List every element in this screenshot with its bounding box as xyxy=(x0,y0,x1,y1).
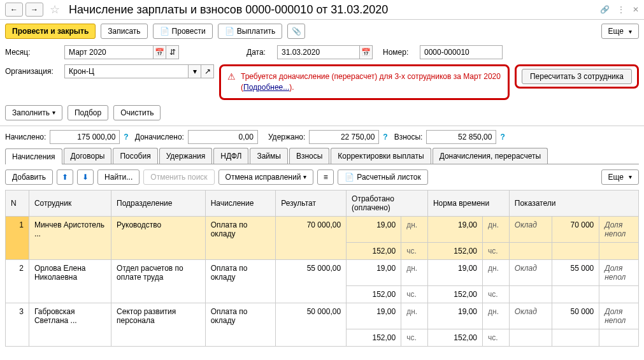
tab-more-button[interactable]: Еще xyxy=(601,169,639,185)
back-button[interactable]: ← xyxy=(5,3,23,17)
recalculate-button[interactable]: Пересчитать 3 сотрудника xyxy=(522,69,632,84)
warning-panel: ⚠ Требуется доначисление (перерасчет) дл… xyxy=(219,64,510,100)
tab-loans[interactable]: Займы xyxy=(250,148,288,164)
withheld-value[interactable] xyxy=(309,130,379,144)
cancel-find-button[interactable]: Отменить поиск xyxy=(143,169,214,185)
tab-corrections[interactable]: Корректировки выплаты xyxy=(331,148,431,164)
month-spinner[interactable]: ⇵ xyxy=(166,45,179,59)
payslip-label: Расчетный листок xyxy=(357,173,420,182)
org-open-button[interactable]: ↗ xyxy=(201,64,214,78)
select-button[interactable]: Подбор xyxy=(68,105,108,120)
cancel-fix-label: Отмена исправлений xyxy=(225,173,301,182)
col-dept[interactable]: Подразделение xyxy=(111,190,206,216)
tab-accruals[interactable]: Начисления xyxy=(5,148,62,164)
col-emp[interactable]: Сотрудник xyxy=(29,190,111,216)
fill-label: Заполнить xyxy=(12,108,50,117)
tab-ndfl[interactable]: НДФЛ xyxy=(213,148,248,164)
org-input[interactable] xyxy=(64,64,189,78)
cancel-fix-button[interactable]: Отмена исправлений xyxy=(218,169,314,185)
arrow-down-icon: ⬇ xyxy=(82,173,89,182)
paperclip-icon: 📎 xyxy=(292,27,301,36)
post-button[interactable]: 📄 Провести xyxy=(153,24,213,39)
add-row-button[interactable]: Добавить xyxy=(5,169,53,185)
col-accr[interactable]: Начисление xyxy=(205,190,276,216)
contrib-help[interactable]: ? xyxy=(500,133,504,141)
tabs: Начисления Договоры Пособия Удержания НД… xyxy=(5,148,639,164)
contrib-value[interactable] xyxy=(426,130,496,144)
number-label: Номер: xyxy=(383,45,415,57)
date-input[interactable] xyxy=(277,45,360,59)
added-value[interactable] xyxy=(188,130,258,144)
save-button[interactable]: Записать xyxy=(101,24,147,39)
withheld-label: Удержано: xyxy=(268,133,305,141)
post-icon: 📄 xyxy=(160,27,169,36)
page-title: Начисление зарплаты и взносов 0000-00001… xyxy=(69,3,597,17)
warning-details-link[interactable]: Подробнее... xyxy=(243,83,289,92)
payslip-button[interactable]: 📄 Расчетный листок xyxy=(338,169,427,185)
move-up-button[interactable]: ⬆ xyxy=(57,169,73,185)
fill-button[interactable]: Заполнить xyxy=(5,105,62,120)
tab-more-label: Еще xyxy=(608,173,624,182)
col-norm[interactable]: Норма времени xyxy=(427,190,509,216)
doc-icon: 📄 xyxy=(345,173,354,182)
move-down-button[interactable]: ⬇ xyxy=(77,169,94,185)
show-all-button[interactable]: ≡ xyxy=(317,169,334,185)
more-label: Еще xyxy=(608,27,624,36)
table-row[interactable]: 1 Минчев Аристотель ... Руководство Опла… xyxy=(6,216,639,242)
number-input[interactable] xyxy=(420,45,503,59)
more-button[interactable]: Еще xyxy=(601,24,639,39)
month-input[interactable] xyxy=(64,45,154,59)
date-label: Дата: xyxy=(247,45,272,57)
pay-label: Выплатить xyxy=(237,27,276,36)
pay-button[interactable]: 📄 Выплатить xyxy=(218,24,283,39)
tab-deductions[interactable]: Удержания xyxy=(159,148,213,164)
withheld-help[interactable]: ? xyxy=(383,133,387,141)
accrued-value[interactable] xyxy=(50,130,120,144)
kebab-icon[interactable]: ⋮ xyxy=(617,5,625,14)
date-calendar-button[interactable]: 📅 xyxy=(360,45,373,59)
tab-benefits[interactable]: Пособия xyxy=(113,148,157,164)
list-icon: ≡ xyxy=(324,173,328,182)
org-label: Организация: xyxy=(5,64,59,76)
col-worked[interactable]: Отработано (оплачено) xyxy=(347,190,428,216)
col-n[interactable]: N xyxy=(6,190,29,216)
contrib-label: Взносы: xyxy=(394,133,423,141)
accrued-help[interactable]: ? xyxy=(124,133,128,141)
month-label: Месяц: xyxy=(5,45,59,57)
close-icon[interactable]: ✕ xyxy=(633,5,639,14)
forward-button[interactable]: → xyxy=(25,3,43,17)
month-calendar-button[interactable]: 📅 xyxy=(154,45,166,59)
tab-contrib[interactable]: Взносы xyxy=(289,148,329,164)
col-ind[interactable]: Показатели xyxy=(509,190,638,216)
accrued-label: Начислено: xyxy=(5,133,46,141)
warning-icon: ⚠ xyxy=(227,71,236,82)
table-row[interactable]: 3 Габровская Светлана ... Сектор развити… xyxy=(6,303,639,329)
tab-contracts[interactable]: Договоры xyxy=(64,148,112,164)
link-icon[interactable]: 🔗 xyxy=(600,5,610,14)
tab-additional[interactable]: Доначисления, перерасчеты xyxy=(433,148,548,164)
org-dropdown-button[interactable]: ▾ xyxy=(189,64,201,78)
arrow-up-icon: ⬆ xyxy=(62,173,68,182)
post-label: Провести xyxy=(172,27,206,36)
added-label: Доначислено: xyxy=(135,133,184,141)
pay-icon: 📄 xyxy=(225,27,234,36)
clear-button[interactable]: Очистить xyxy=(113,105,161,120)
attach-button[interactable]: 📎 xyxy=(287,24,305,39)
accruals-table: N Сотрудник Подразделение Начисление Рез… xyxy=(5,190,639,347)
table-row[interactable]: 2 Орлова Елена Николаевна Отдел расчетов… xyxy=(6,259,639,285)
find-button[interactable]: Найти... xyxy=(97,169,140,185)
star-icon[interactable]: ☆ xyxy=(50,3,60,17)
col-result[interactable]: Результат xyxy=(276,190,347,216)
post-close-button[interactable]: Провести и закрыть xyxy=(5,24,96,39)
warning-text: Требуется доначисление (перерасчет) для … xyxy=(241,71,501,93)
